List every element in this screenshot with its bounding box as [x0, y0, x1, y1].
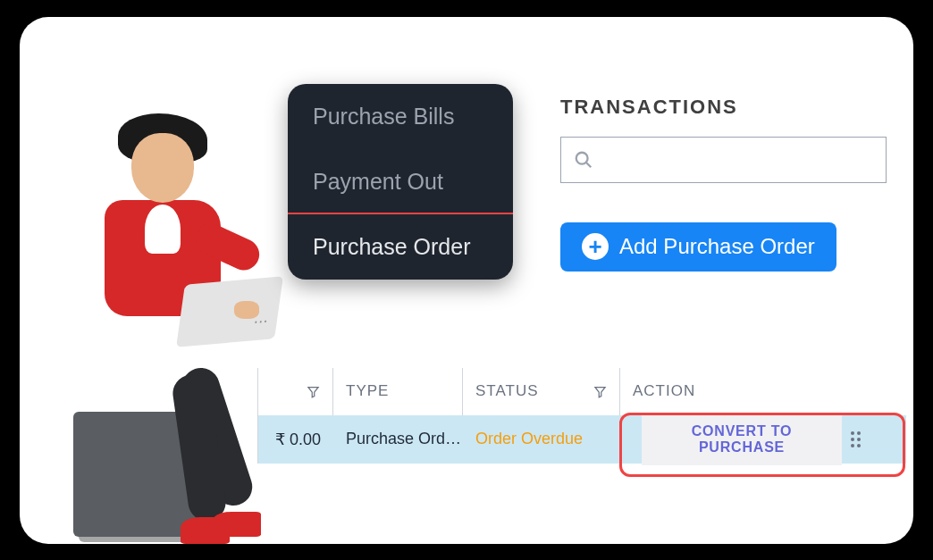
svg-line-1	[586, 162, 592, 167]
search-box[interactable]	[560, 137, 887, 183]
svg-marker-2	[308, 387, 318, 397]
add-purchase-order-button[interactable]: + Add Purchase Order	[560, 222, 836, 272]
table-row[interactable]: ₹ 0.00 Purchase Ord… Order Overdue CONVE…	[258, 415, 906, 464]
column-header-amount[interactable]	[258, 368, 333, 415]
cell-amount: ₹ 0.00	[258, 415, 333, 464]
transactions-heading: TRANSACTIONS	[560, 96, 887, 119]
add-button-label: Add Purchase Order	[619, 234, 815, 259]
cell-status: Order Overdue	[463, 415, 620, 464]
menu-item-purchase-bills[interactable]: Purchase Bills	[288, 84, 513, 149]
column-header-action[interactable]: ACTION	[620, 368, 873, 415]
transactions-section: TRANSACTIONS + Add Purchase Order	[560, 96, 887, 272]
menu-item-purchase-order[interactable]: Purchase Order	[288, 213, 513, 280]
cell-type: Purchase Ord…	[333, 415, 463, 464]
table-header-row: TYPE STATUS ACTION	[258, 368, 906, 415]
plus-icon: +	[582, 233, 609, 260]
transactions-table: TYPE STATUS ACTION ₹ 0.00 Purchase Ord… …	[257, 368, 906, 464]
filter-icon[interactable]	[593, 385, 607, 398]
app-card: Purchase Bills Payment Out Purchase Orde…	[20, 17, 913, 544]
illustration-person	[55, 106, 288, 544]
menu-item-payment-out[interactable]: Payment Out	[288, 149, 513, 214]
svg-marker-3	[595, 387, 605, 397]
purchase-menu: Purchase Bills Payment Out Purchase Orde…	[288, 84, 513, 280]
convert-to-purchase-button[interactable]: CONVERT TO PURCHASE	[642, 414, 842, 465]
column-header-status[interactable]: STATUS	[463, 368, 620, 415]
column-header-type[interactable]: TYPE	[333, 368, 463, 415]
search-icon	[574, 150, 593, 170]
more-actions-icon[interactable]	[851, 431, 861, 447]
filter-icon[interactable]	[307, 385, 320, 398]
search-input[interactable]	[602, 150, 873, 169]
cell-action: CONVERT TO PURCHASE	[620, 415, 873, 464]
svg-point-0	[576, 152, 588, 163]
